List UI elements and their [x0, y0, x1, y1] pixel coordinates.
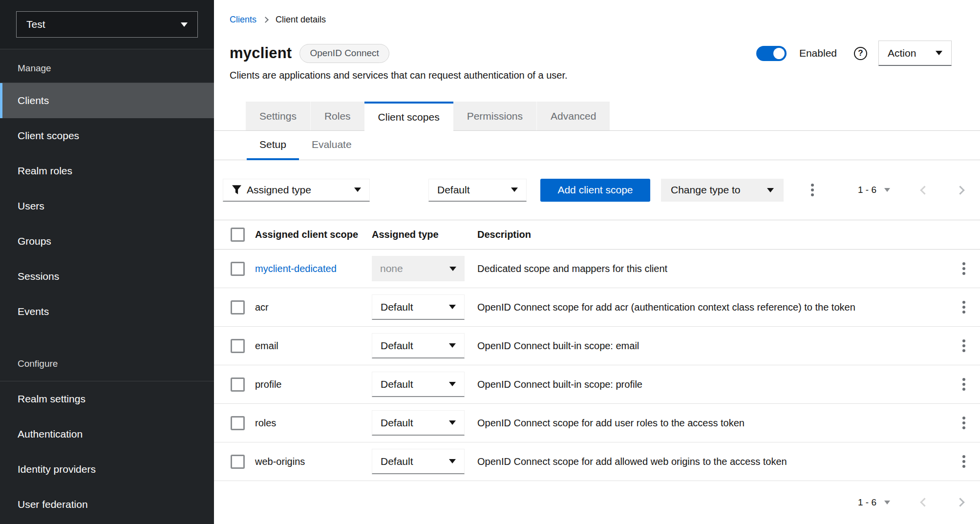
- pagination-bottom: 1 - 6: [858, 497, 963, 508]
- scope-name: roles: [255, 418, 276, 428]
- title-row: myclient OpenID Connect Enabled ? Action: [230, 41, 964, 66]
- previous-page-icon[interactable]: [920, 186, 929, 194]
- keycloak-admin-console: Test ManageClientsClient scopesRealm rol…: [0, 0, 980, 524]
- scope-link[interactable]: myclient-dedicated: [255, 263, 337, 274]
- row-checkbox[interactable]: [231, 377, 245, 392]
- tab-advanced[interactable]: Advanced: [536, 102, 610, 130]
- assigned-type-select[interactable]: Default: [372, 410, 465, 436]
- scope-description: OpenID Connect scope for add acr (authen…: [477, 302, 855, 313]
- scope-description: OpenID Connect scope for add allowed web…: [477, 456, 787, 467]
- tab-roles[interactable]: Roles: [310, 102, 364, 130]
- row-checkbox[interactable]: [231, 339, 245, 353]
- help-icon[interactable]: ?: [854, 47, 867, 60]
- nav-section-configure: ConfigureRealm settingsAuthenticationIde…: [0, 329, 214, 522]
- assigned-type-filter-dropdown[interactable]: Assigned type: [223, 179, 370, 202]
- row-kebab-menu[interactable]: [959, 296, 969, 318]
- filter-value-label: Default: [437, 184, 470, 196]
- toggle-knob: [773, 48, 785, 59]
- sidebar-item-realm-roles[interactable]: Realm roles: [0, 153, 214, 189]
- chevron-down-icon: [767, 188, 774, 192]
- protocol-badge: OpenID Connect: [299, 44, 389, 63]
- pagination-range[interactable]: 1 - 6: [858, 497, 876, 508]
- tab-settings[interactable]: Settings: [246, 102, 310, 130]
- assigned-type-select[interactable]: Default: [372, 449, 465, 474]
- sidebar-nav: ManageClientsClient scopesRealm rolesUse…: [0, 49, 214, 522]
- sidebar-header: Test: [0, 0, 214, 49]
- scope-name: acr: [255, 302, 269, 313]
- chevron-down-icon: [449, 459, 456, 463]
- row-kebab-menu[interactable]: [959, 257, 969, 280]
- assigned-type-select[interactable]: Default: [372, 372, 465, 397]
- sidebar-item-users[interactable]: Users: [0, 189, 214, 224]
- row-kebab-menu[interactable]: [959, 373, 969, 396]
- scope-name: email: [255, 340, 278, 351]
- table-row-email: emailDefaultOpenID Connect built-in scop…: [214, 327, 980, 365]
- sidebar-item-user-federation[interactable]: User federation: [0, 487, 214, 522]
- assigned-type-select[interactable]: Default: [372, 333, 465, 358]
- pagination-top: 1 - 6: [858, 185, 963, 195]
- column-header-assigned-type: Assigned type: [372, 220, 477, 250]
- realm-selector[interactable]: Test: [16, 11, 198, 38]
- pagination-range[interactable]: 1 - 6: [858, 185, 876, 195]
- subtab-evaluate[interactable]: Evaluate: [299, 131, 364, 160]
- next-page-icon[interactable]: [956, 186, 964, 194]
- pagination-caret-icon[interactable]: [884, 188, 890, 192]
- assigned-type-select[interactable]: Default: [372, 294, 465, 320]
- tab-client-scopes[interactable]: Client scopes: [364, 102, 453, 131]
- client-tabs: SettingsRolesClient scopesPermissionsAdv…: [214, 102, 980, 131]
- enabled-toggle[interactable]: [756, 46, 787, 61]
- client-scopes-table: Assigned client scope Assigned type Desc…: [214, 220, 980, 481]
- row-kebab-menu[interactable]: [959, 412, 969, 434]
- scope-name: web-origins: [255, 456, 305, 467]
- breadcrumb-current: Client details: [276, 15, 326, 25]
- nav-group-label-manage: Manage: [0, 49, 214, 83]
- add-client-scope-button[interactable]: Add client scope: [540, 179, 650, 202]
- assigned-type-value: Default: [381, 456, 413, 467]
- table-toolbar: Assigned type Default Add client scope C…: [214, 160, 980, 220]
- sidebar-item-groups[interactable]: Groups: [0, 224, 214, 259]
- row-checkbox[interactable]: [231, 416, 245, 430]
- row-checkbox[interactable]: [231, 455, 245, 469]
- sidebar-item-realm-settings[interactable]: Realm settings: [0, 381, 214, 417]
- page-subtitle: Clients are applications and services th…: [230, 70, 964, 81]
- change-type-to-dropdown[interactable]: Change type to: [661, 179, 784, 202]
- filter-value-dropdown[interactable]: Default: [428, 179, 527, 202]
- sidebar-item-authentication[interactable]: Authentication: [0, 417, 214, 452]
- column-header-assigned-client-scope: Assigned client scope: [255, 220, 372, 250]
- row-kebab-menu[interactable]: [959, 335, 969, 357]
- enabled-label: Enabled: [799, 47, 837, 59]
- sidebar-item-identity-providers[interactable]: Identity providers: [0, 452, 214, 487]
- page-title: myclient: [230, 44, 292, 62]
- sidebar-item-events[interactable]: Events: [0, 294, 214, 329]
- breadcrumb-link-clients[interactable]: Clients: [230, 15, 256, 25]
- nav-section-manage: ManageClientsClient scopesRealm rolesUse…: [0, 49, 214, 329]
- previous-page-icon[interactable]: [920, 498, 929, 506]
- scope-description: OpenID Connect scope for add user roles …: [477, 418, 745, 428]
- row-checkbox[interactable]: [231, 262, 245, 276]
- select-all-checkbox[interactable]: [231, 228, 245, 242]
- breadcrumb: Clients Client details: [230, 0, 964, 25]
- subtab-setup[interactable]: Setup: [247, 131, 299, 160]
- table-row-acr: acrDefaultOpenID Connect scope for add a…: [214, 288, 980, 327]
- scope-description: Dedicated scope and mappers for this cli…: [477, 263, 667, 274]
- next-page-icon[interactable]: [956, 498, 964, 506]
- tab-permissions[interactable]: Permissions: [453, 102, 536, 130]
- main-content: Clients Client details myclient OpenID C…: [214, 0, 980, 524]
- sidebar-item-sessions[interactable]: Sessions: [0, 259, 214, 294]
- nav-group-label-configure: Configure: [0, 329, 214, 381]
- chevron-down-icon: [936, 51, 942, 55]
- assigned-type-value: Default: [381, 301, 413, 313]
- assigned-type-select: none: [372, 256, 465, 281]
- scope-description: OpenID Connect built-in scope: profile: [477, 379, 642, 390]
- breadcrumb-separator-icon: [262, 17, 269, 23]
- action-dropdown-label: Action: [888, 47, 916, 59]
- sidebar-item-clients[interactable]: Clients: [0, 83, 214, 118]
- sidebar-item-client-scopes[interactable]: Client scopes: [0, 118, 214, 153]
- change-type-label: Change type to: [671, 184, 740, 196]
- row-kebab-menu[interactable]: [959, 450, 969, 473]
- action-dropdown[interactable]: Action: [878, 41, 952, 66]
- row-checkbox[interactable]: [231, 300, 245, 314]
- toolbar-kebab-menu[interactable]: [807, 179, 818, 201]
- pagination-caret-icon[interactable]: [884, 501, 890, 504]
- filter-dropdown-label: Assigned type: [247, 184, 311, 196]
